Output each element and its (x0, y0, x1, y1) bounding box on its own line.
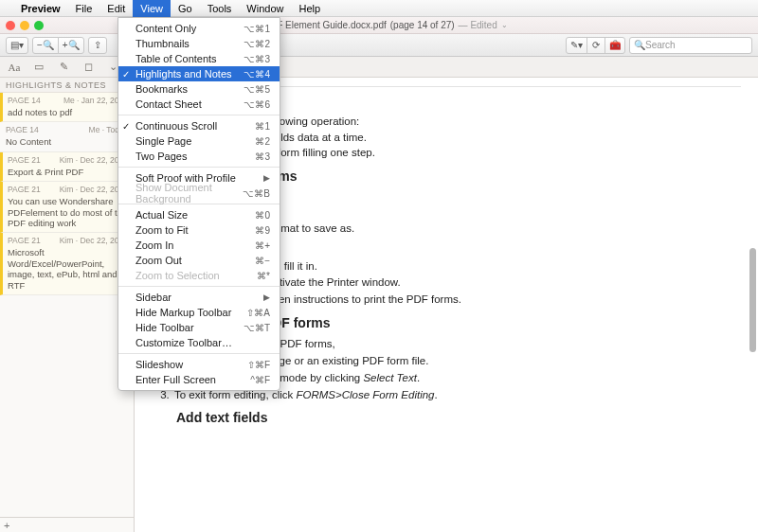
search-placeholder: Search (645, 40, 676, 50)
scrollbar-thumb[interactable] (749, 248, 756, 352)
menu-item[interactable]: Two Pages⌘3 (118, 149, 280, 164)
menu-tools[interactable]: Tools (200, 0, 240, 17)
menu-item[interactable]: Zoom Out⌘− (118, 253, 280, 268)
zoom-out-button[interactable]: −🔍 (32, 37, 59, 54)
toolbar: ▤▾ −🔍 +🔍 ⇪ ✎▾ ⟳ 🧰 🔍 Search (0, 34, 758, 57)
menu-item-label: Slideshow (135, 359, 183, 370)
zoom-in-button[interactable]: +🔍 (58, 37, 84, 54)
menu-view[interactable]: View (133, 0, 171, 17)
menu-item[interactable]: Enter Full Screen^⌘F (118, 372, 280, 387)
menu-item-label: Customize Toolbar… (135, 337, 232, 348)
check-icon: ✓ (122, 121, 130, 132)
menu-help[interactable]: Help (291, 0, 328, 17)
search-field[interactable]: 🔍 Search (629, 37, 752, 54)
menu-item-label: Table of Contents (135, 53, 217, 64)
close-window-button[interactable] (6, 21, 15, 30)
menu-item[interactable]: Thumbnails⌥⌘2 (118, 36, 280, 51)
menu-shortcut: ⇧⌘A (246, 308, 270, 318)
menu-shortcut: ⌘1 (255, 121, 270, 132)
menu-item[interactable]: Contact Sheet⌥⌘6 (118, 97, 280, 112)
view-menu-dropdown[interactable]: Content Only⌥⌘1Thumbnails⌥⌘2Table of Con… (117, 17, 280, 391)
annotate-pencil-button[interactable]: ✎▾ (566, 37, 587, 54)
menu-separator (118, 286, 280, 287)
markup-toolbar: Aa ▭ ✎ ◻︎ ⌄ (0, 57, 758, 78)
menu-separator (118, 167, 280, 168)
chevron-down-icon: ⌄ (109, 61, 117, 73)
zoom-out-icon: −🔍 (37, 40, 54, 50)
menu-item-label: Sidebar (135, 292, 171, 303)
menu-item[interactable]: Bookmarks⌥⌘5 (118, 81, 280, 97)
menu-item[interactable]: ✓Continuous Scroll⌘1 (118, 118, 280, 133)
share-button[interactable]: ⇪ (88, 37, 107, 54)
sidebar-item[interactable]: PAGE 21Kim · Dec 22, 2014Export & Print … (0, 152, 134, 182)
sidebar-toggle-button[interactable]: ▤▾ (6, 37, 28, 54)
rotate-button[interactable]: ⟳ (587, 37, 605, 54)
menu-item-label: Hide Toolbar (135, 322, 194, 333)
sidebar-item-text: You can use Wondershare PDFelement to do… (8, 196, 128, 228)
menu-go[interactable]: Go (171, 0, 200, 17)
sidebar: HIGHLIGHTS & NOTES PAGE 14Me · Jan 22, 2… (0, 78, 135, 532)
menu-shortcut: ⌥⌘6 (244, 99, 270, 110)
shapes-tool-button[interactable]: ◻︎ (80, 60, 97, 75)
menu-shortcut: ⌘* (257, 271, 270, 281)
menu-item-label: Contact Sheet (135, 98, 202, 110)
minimize-window-button[interactable] (20, 21, 29, 30)
selection-tool-button[interactable]: ▭ (30, 60, 47, 75)
sidebar-item-page: PAGE 14 (6, 125, 39, 134)
pencil-icon: ✎▾ (570, 40, 583, 50)
sidebar-item-page: PAGE 14 (8, 96, 41, 105)
vertical-scrollbar[interactable] (749, 78, 757, 532)
menu-edit[interactable]: Edit (99, 0, 133, 17)
sidebar-item-text: add notes to pdf (8, 107, 128, 117)
menu-item-label: Two Pages (135, 151, 187, 162)
sidebar-item[interactable]: PAGE 14Me · Jan 22, 2016add notes to pdf (0, 93, 134, 122)
zoom-window-button[interactable] (34, 21, 44, 30)
rotate-icon: ⟳ (592, 40, 600, 50)
menu-item[interactable]: Table of Contents⌥⌘3 (118, 51, 280, 66)
menu-item-label: Highlights and Notes (135, 68, 232, 80)
sketch-tool-button[interactable]: ✎ (55, 60, 72, 75)
menu-item[interactable]: Single Page⌘2 (118, 133, 280, 149)
menu-item[interactable]: Zoom to Fit⌘9 (118, 222, 280, 238)
menu-item[interactable]: Hide Markup Toolbar⇧⌘A (118, 305, 280, 320)
menu-item-label: Bookmarks (135, 83, 188, 95)
menu-item[interactable]: ✓Highlights and Notes⌥⌘4 (118, 66, 280, 81)
menu-item-label: Show Document Background (135, 182, 243, 204)
zoom-in-icon: +🔍 (63, 40, 80, 50)
menu-item-label: Zoom to Fit (135, 224, 189, 236)
menu-shortcut: ⌥⌘5 (244, 84, 270, 95)
menu-item[interactable]: Content Only⌥⌘1 (118, 21, 280, 36)
menu-file[interactable]: File (68, 0, 100, 17)
menu-item[interactable]: Customize Toolbar… (118, 335, 280, 350)
add-note-button[interactable]: + (4, 520, 9, 531)
menu-item[interactable]: Zoom In⌘+ (118, 238, 280, 253)
sidebar-item-text: Microsoft Word/Excel/PowerPoint, image, … (8, 247, 128, 291)
title-dropdown-icon[interactable]: ⌄ (501, 21, 508, 29)
search-icon: 🔍 (634, 40, 645, 50)
sidebar-item[interactable]: PAGE 14Me · TodayNo Content (0, 122, 134, 151)
menu-item-label: Enter Full Screen (135, 374, 216, 385)
document-title: PDF Element Guide.docx.pdf (263, 20, 387, 30)
menubar-app[interactable]: Preview (13, 0, 68, 17)
menu-item: Zoom to Selection⌘* (118, 268, 280, 283)
menu-shortcut: ⌥⌘B (243, 188, 270, 199)
sidebar-item[interactable]: PAGE 21Kim · Dec 22, 2014Microsoft Word/… (0, 233, 134, 295)
menu-item-label: Continuous Scroll (135, 120, 217, 132)
sidebar-header: HIGHLIGHTS & NOTES (0, 78, 134, 93)
menu-shortcut: ⌘− (255, 256, 270, 266)
menu-item[interactable]: Actual Size⌘0 (118, 207, 280, 222)
sidebar-list[interactable]: PAGE 14Me · Jan 22, 2016add notes to pdf… (0, 93, 134, 517)
menu-item-label: Actual Size (135, 209, 188, 221)
share-icon: ⇪ (94, 40, 101, 50)
markup-toolbar-button[interactable]: 🧰 (605, 37, 625, 54)
sidebar-item[interactable]: PAGE 21Kim · Dec 22, 2014You can use Won… (0, 182, 134, 233)
text-style-button[interactable]: Aa (6, 60, 23, 75)
submenu-arrow-icon: ▶ (263, 293, 270, 302)
menu-item[interactable]: Slideshow⇧⌘F (118, 357, 280, 372)
selection-rect-icon: ▭ (34, 61, 44, 73)
menu-item[interactable]: Sidebar▶ (118, 290, 280, 305)
menu-item-label: Hide Markup Toolbar (135, 307, 231, 318)
menu-item: Show Document Background⌥⌘B (118, 186, 280, 201)
menu-item[interactable]: Hide Toolbar⌥⌘T (118, 320, 280, 335)
menu-window[interactable]: Window (239, 0, 291, 17)
